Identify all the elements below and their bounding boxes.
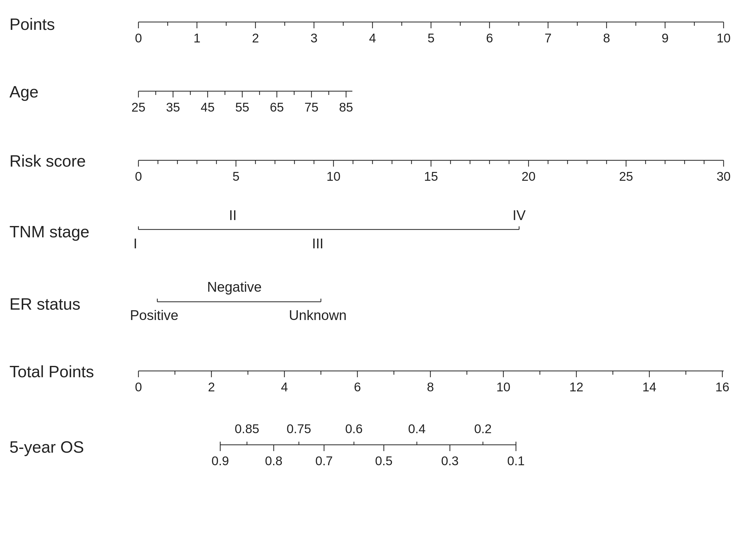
points-label-2: 2 bbox=[252, 31, 259, 45]
total-label-6: 6 bbox=[354, 380, 361, 394]
risk-label-25: 25 bbox=[619, 169, 633, 183]
age-label-45: 45 bbox=[201, 100, 215, 114]
total-points-label: Total Points bbox=[9, 363, 94, 381]
risk-label-5: 5 bbox=[232, 169, 239, 183]
os-label-0.9: 0.9 bbox=[211, 454, 229, 468]
points-label: Points bbox=[9, 15, 55, 33]
risk-label-10: 10 bbox=[327, 169, 341, 183]
total-label-12: 12 bbox=[569, 380, 583, 394]
os-label-0.75: 0.75 bbox=[287, 422, 311, 436]
er-status-label: ER status bbox=[9, 295, 80, 313]
total-label-2: 2 bbox=[208, 380, 215, 394]
os-label-0.85: 0.85 bbox=[235, 422, 259, 436]
os-label-0.5: 0.5 bbox=[375, 454, 393, 468]
points-label-10: 10 bbox=[717, 31, 731, 45]
age-label-25: 25 bbox=[131, 100, 146, 114]
tnm-label-II: II bbox=[229, 208, 237, 223]
er-label-unknown: Unknown bbox=[289, 307, 346, 323]
er-label-negative: Negative bbox=[207, 279, 262, 295]
tnm-label-I: I bbox=[133, 236, 137, 251]
risk-label-15: 15 bbox=[424, 169, 438, 183]
tnm-label-IV: IV bbox=[513, 208, 526, 223]
points-label-5: 5 bbox=[428, 31, 434, 45]
age-label-55: 55 bbox=[235, 100, 249, 114]
os-label-0.3: 0.3 bbox=[441, 454, 459, 468]
tnm-stage-label: TNM stage bbox=[9, 223, 89, 241]
age-label-75: 75 bbox=[305, 100, 319, 114]
points-label-7: 7 bbox=[545, 31, 551, 45]
risk-score-label: Risk score bbox=[9, 152, 86, 170]
os-label-0.1: 0.1 bbox=[507, 454, 525, 468]
os-label-0.4: 0.4 bbox=[408, 422, 426, 436]
total-label-0: 0 bbox=[135, 380, 142, 394]
points-label-8: 8 bbox=[603, 31, 610, 45]
age-label-35: 35 bbox=[166, 100, 180, 114]
er-label-positive: Positive bbox=[130, 307, 178, 323]
total-label-8: 8 bbox=[427, 380, 434, 394]
total-label-4: 4 bbox=[281, 380, 288, 394]
os-label-0.8: 0.8 bbox=[265, 454, 283, 468]
risk-label-30: 30 bbox=[717, 169, 731, 183]
points-label-6: 6 bbox=[486, 31, 493, 45]
os5year-label: 5-year OS bbox=[9, 438, 84, 456]
total-label-10: 10 bbox=[497, 380, 511, 394]
age-label-85: 85 bbox=[339, 100, 353, 114]
points-label-1: 1 bbox=[194, 31, 200, 45]
total-label-16: 16 bbox=[716, 380, 730, 394]
age-label: Age bbox=[9, 83, 39, 101]
os-label-0.6: 0.6 bbox=[345, 422, 363, 436]
os-label-0.2: 0.2 bbox=[474, 422, 492, 436]
points-label-0: 0 bbox=[135, 31, 142, 45]
age-label-65: 65 bbox=[270, 100, 284, 114]
tnm-label-III: III bbox=[312, 236, 324, 251]
risk-label-20: 20 bbox=[522, 169, 536, 183]
total-label-14: 14 bbox=[642, 380, 657, 394]
os-label-0.7: 0.7 bbox=[315, 454, 333, 468]
points-label-4: 4 bbox=[369, 31, 376, 45]
points-label-3: 3 bbox=[311, 31, 317, 45]
points-label-9: 9 bbox=[662, 31, 668, 45]
risk-label-0: 0 bbox=[135, 169, 142, 183]
